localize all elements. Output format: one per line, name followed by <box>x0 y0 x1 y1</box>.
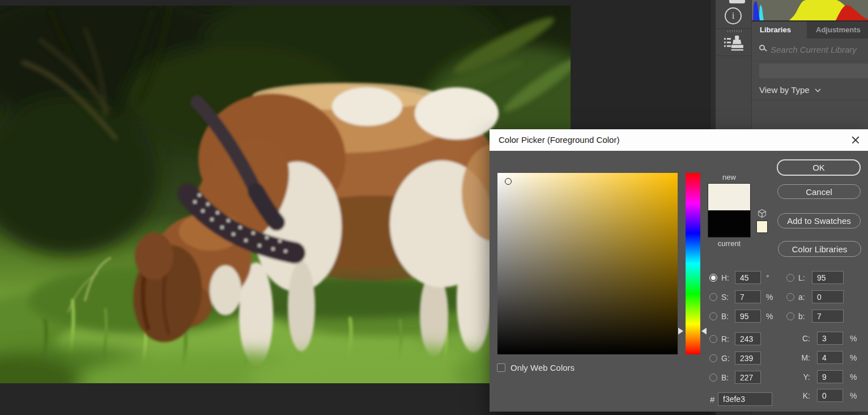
library-search-input[interactable] <box>769 43 860 56</box>
close-icon[interactable] <box>848 132 863 148</box>
g-label: G: <box>721 354 735 363</box>
hex-label: # <box>710 395 718 404</box>
m-label: M: <box>799 353 810 362</box>
hue-slider-handle-right[interactable] <box>701 328 707 334</box>
dog-photo <box>0 6 571 383</box>
mini-ticks-icon <box>727 30 743 32</box>
chevron-down-icon <box>815 88 821 92</box>
current-color-swatch[interactable] <box>708 210 750 237</box>
l-input[interactable] <box>812 271 844 284</box>
radio-saturation[interactable] <box>709 293 717 301</box>
saturation-brightness-field[interactable] <box>497 173 678 354</box>
rgb-b-label: B: <box>721 373 735 382</box>
clone-stamp-panel-icon[interactable] <box>724 34 744 53</box>
search-icon <box>759 45 765 50</box>
info-panel-icon[interactable]: i <box>725 7 742 24</box>
panel-row-divider <box>752 60 868 61</box>
radio-hue[interactable] <box>709 274 717 282</box>
radio-lab-b[interactable] <box>786 312 794 320</box>
color-field-cursor[interactable] <box>505 178 512 185</box>
a-input[interactable] <box>812 290 844 303</box>
s-label: S: <box>721 293 735 302</box>
radio-brightness[interactable] <box>709 312 717 320</box>
b-label: B: <box>721 312 735 321</box>
only-web-colors-checkbox[interactable] <box>497 363 505 372</box>
m-unit: % <box>850 353 857 362</box>
view-by-type-dropdown[interactable]: View by Type <box>759 84 821 96</box>
c-unit: % <box>850 334 857 343</box>
radio-red[interactable] <box>709 335 717 343</box>
y-unit: % <box>850 372 857 382</box>
radio-blue[interactable] <box>709 374 717 382</box>
k-label: K: <box>799 391 810 400</box>
y-input[interactable] <box>817 370 843 383</box>
strip-divider <box>716 28 752 29</box>
color-picker-dialog: Color Picker (Foreground Color) new curr… <box>490 129 868 412</box>
g-input[interactable] <box>735 352 761 365</box>
h-unit: ° <box>766 273 769 282</box>
tab-libraries[interactable]: Libraries <box>752 22 807 39</box>
hue-slider-handle-left[interactable] <box>678 328 683 334</box>
lab-b-input[interactable] <box>812 310 844 323</box>
ok-button[interactable]: OK <box>777 159 861 176</box>
m-input[interactable] <box>817 351 843 364</box>
r-label: R: <box>721 334 735 344</box>
s-input[interactable] <box>735 290 761 303</box>
b-unit: % <box>766 312 773 321</box>
web-gamut-cube-icon[interactable] <box>757 209 767 219</box>
s-unit: % <box>766 293 773 302</box>
new-color-label: new <box>708 173 751 181</box>
y-label: Y: <box>799 372 810 382</box>
panel-row-divider <box>752 100 868 100</box>
photoshop-window: i Libraries Adjustments <box>0 0 868 415</box>
histogram-panel <box>752 0 868 20</box>
new-color-swatch <box>708 184 750 210</box>
panel-tabbar: Libraries Adjustments <box>752 22 868 39</box>
k-unit: % <box>850 391 857 400</box>
new-current-swatch <box>708 183 751 238</box>
c-input[interactable] <box>817 332 843 345</box>
rgb-b-input[interactable] <box>735 371 761 384</box>
current-color-label: current <box>708 239 751 248</box>
radio-lab-l[interactable] <box>786 274 794 282</box>
dialog-titlebar[interactable]: Color Picker (Foreground Color) <box>490 129 868 151</box>
view-by-type-label: View by Type <box>759 84 810 96</box>
library-sync-bar <box>759 63 868 78</box>
color-libraries-button[interactable]: Color Libraries <box>778 241 861 257</box>
a-label: a: <box>798 293 812 302</box>
lab-b-label: b: <box>798 312 812 321</box>
k-input[interactable] <box>817 389 843 402</box>
panel-icon-partial[interactable] <box>729 0 745 3</box>
strip-divider <box>716 56 752 56</box>
radio-lab-a[interactable] <box>786 293 794 301</box>
l-label: L: <box>798 273 812 282</box>
web-safe-swatch[interactable] <box>756 221 768 233</box>
only-web-colors-label: Only Web Colors <box>510 363 575 372</box>
cancel-button[interactable]: Cancel <box>777 184 861 199</box>
c-label: C: <box>799 334 810 343</box>
library-search-row <box>752 39 868 60</box>
tab-adjustments[interactable]: Adjustments <box>816 22 861 39</box>
dialog-title: Color Picker (Foreground Color) <box>499 129 619 151</box>
add-to-swatches-button[interactable]: Add to Swatches <box>777 213 861 228</box>
h-label: H: <box>721 273 735 282</box>
hue-slider[interactable] <box>686 173 700 354</box>
radio-green[interactable] <box>709 354 717 362</box>
r-input[interactable] <box>735 332 761 345</box>
h-input[interactable] <box>735 271 761 284</box>
b-input[interactable] <box>735 310 761 323</box>
hex-input[interactable] <box>718 392 772 406</box>
